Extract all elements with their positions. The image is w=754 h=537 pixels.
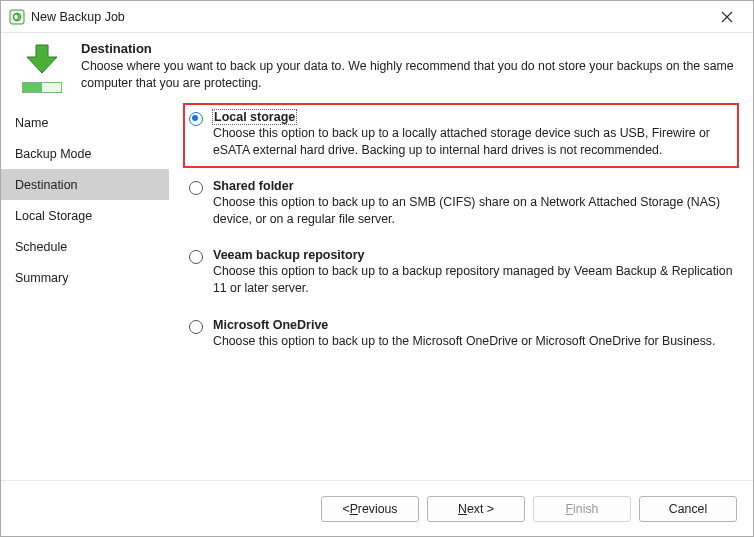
option-description: Choose this option to back up to the Mic… bbox=[213, 333, 733, 350]
radio-shared-folder[interactable] bbox=[189, 181, 203, 195]
step-title: Destination bbox=[81, 41, 739, 56]
close-icon bbox=[721, 11, 733, 23]
finish-button: Finish bbox=[533, 496, 631, 522]
content-pane: Local storage Choose this option to back… bbox=[169, 101, 753, 485]
next-button[interactable]: Next > bbox=[427, 496, 525, 522]
radio-onedrive[interactable] bbox=[189, 320, 203, 334]
close-button[interactable] bbox=[707, 3, 747, 31]
option-description: Choose this option to back up to a local… bbox=[213, 125, 733, 158]
option-description: Choose this option to back up to an SMB … bbox=[213, 194, 733, 227]
sidebar-item-schedule[interactable]: Schedule bbox=[1, 231, 169, 262]
option-shared-folder[interactable]: Shared folder Choose this option to back… bbox=[183, 172, 739, 237]
window-title: New Backup Job bbox=[31, 10, 125, 24]
radio-veeam-repo[interactable] bbox=[189, 250, 203, 264]
option-title: Shared folder bbox=[213, 179, 294, 193]
sidebar-item-destination[interactable]: Destination bbox=[1, 169, 169, 200]
option-title: Local storage bbox=[213, 110, 296, 124]
header-graphic bbox=[17, 41, 67, 93]
radio-local-storage[interactable] bbox=[189, 112, 203, 126]
option-title: Veeam backup repository bbox=[213, 248, 364, 262]
app-icon bbox=[9, 9, 25, 25]
dialog-body: Name Backup Mode Destination Local Stora… bbox=[1, 101, 753, 485]
sidebar-item-summary[interactable]: Summary bbox=[1, 262, 169, 293]
option-local-storage[interactable]: Local storage Choose this option to back… bbox=[183, 103, 739, 168]
wizard-sidebar: Name Backup Mode Destination Local Stora… bbox=[1, 101, 169, 485]
page-header: Destination Choose where you want to bac… bbox=[1, 33, 753, 101]
sidebar-item-local-storage[interactable]: Local Storage bbox=[1, 200, 169, 231]
option-title: Microsoft OneDrive bbox=[213, 318, 328, 332]
previous-button[interactable]: < Previous bbox=[321, 496, 419, 522]
cancel-button[interactable]: Cancel bbox=[639, 496, 737, 522]
option-onedrive[interactable]: Microsoft OneDrive Choose this option to… bbox=[183, 311, 739, 360]
step-description: Choose where you want to back up your da… bbox=[81, 58, 739, 91]
dialog-footer: < Previous Next > Finish Cancel bbox=[1, 480, 753, 536]
sidebar-item-backup-mode[interactable]: Backup Mode bbox=[1, 138, 169, 169]
option-veeam-repo[interactable]: Veeam backup repository Choose this opti… bbox=[183, 241, 739, 306]
option-description: Choose this option to back up to a backu… bbox=[213, 263, 733, 296]
download-arrow-icon bbox=[22, 43, 62, 78]
titlebar: New Backup Job bbox=[1, 1, 753, 33]
progress-indicator bbox=[22, 82, 62, 93]
sidebar-item-name[interactable]: Name bbox=[1, 107, 169, 138]
svg-rect-0 bbox=[10, 10, 24, 24]
